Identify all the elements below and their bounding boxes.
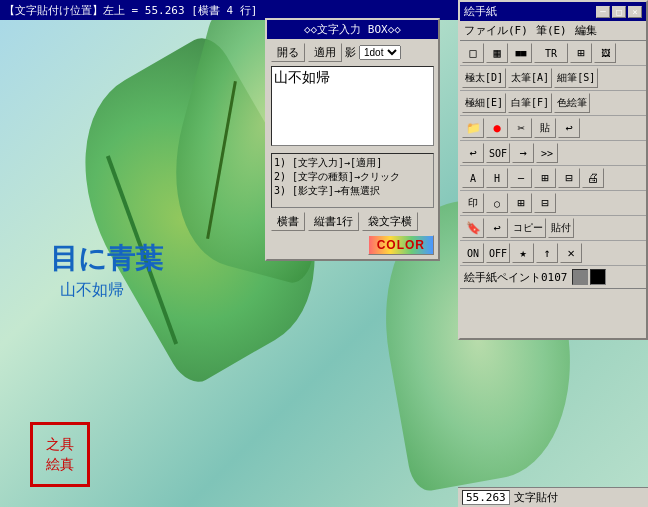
tb-btn-x[interactable]: ✕ <box>560 243 582 263</box>
maximize-button[interactable]: □ <box>612 6 626 18</box>
tb-btn-dbl[interactable]: >> <box>536 143 558 163</box>
panel-menubar: ファイル(F) 筆(E) 編集 <box>460 21 646 41</box>
tb-btn-box-plus[interactable]: ⊞ <box>570 43 592 63</box>
close-button[interactable]: × <box>628 6 642 18</box>
toolbar-row-7: 印 ○ ⊞ ⊟ <box>460 191 646 216</box>
status-value: 55.263 <box>462 490 510 505</box>
color-button[interactable]: COLOR <box>368 235 434 255</box>
dialog-hints: 1) [文字入力]→[適用] 2) [文字の種類]→クリック 3) [影文字]→… <box>271 153 434 208</box>
tb-btn-circle[interactable]: ○ <box>486 193 508 213</box>
tb-btn-grid-icon[interactable]: ▦ <box>486 43 508 63</box>
title-bar-text: 【文字貼付け位置】左上 = 55.263 [横書 4 行] <box>4 3 257 18</box>
toolbar-row-1: □ ▦ ■■ TR ⊞ 🖼 <box>460 41 646 66</box>
panel-title-text: 絵手紙 <box>464 4 497 19</box>
main-panel: 絵手紙 ─ □ × ファイル(F) 筆(E) 編集 □ ▦ ■■ TR ⊞ 🖼 … <box>458 0 648 340</box>
tb-btn-grid-icon3[interactable]: ⊟ <box>558 168 580 188</box>
tb-btn-print-label[interactable]: 印 <box>462 193 484 213</box>
tb-btn-iro[interactable]: 色絵筆 <box>554 93 590 113</box>
paint-label: 絵手紙ペイント0107 <box>464 270 568 285</box>
tate-button[interactable]: 縦書1行 <box>308 212 359 231</box>
toolbar-row-5: ↩ SOF → >> <box>460 141 646 166</box>
tb-btn-stamp[interactable]: 🔖 <box>462 218 484 238</box>
seal-stamp: 之具 絵真 <box>30 422 90 487</box>
tb-btn-hosoi-s[interactable]: 細筆[S] <box>554 68 598 88</box>
tb-btn-undo-icon[interactable]: ↩ <box>462 143 484 163</box>
apply-button[interactable]: 適用 <box>308 43 342 62</box>
dialog-title: ◇◇文字入力 BOX◇◇ <box>267 20 438 39</box>
hint-line-3: 3) [影文字]→有無選択 <box>274 184 431 198</box>
menu-file[interactable]: ファイル(F) <box>464 23 528 38</box>
tb-btn-a[interactable]: A <box>462 168 484 188</box>
tb-btn-rect[interactable]: □ <box>462 43 484 63</box>
background-text-sub: 山不如帰 <box>60 280 124 301</box>
tb-btn-paste[interactable]: 貼 <box>534 118 556 138</box>
tb-btn-minus[interactable]: ─ <box>510 168 532 188</box>
menu-edit[interactable]: 編集 <box>575 23 597 38</box>
minimize-button[interactable]: ─ <box>596 6 610 18</box>
tb-btn-folder[interactable]: 📁 <box>462 118 484 138</box>
menu-pen[interactable]: 筆(E) <box>536 23 567 38</box>
tb-btn-grid-icon4[interactable]: ⊞ <box>510 193 532 213</box>
toolbar-row-9: ON OFF ★ ↑ ✕ <box>460 241 646 266</box>
dialog-toolbar: 開る 適用 影 1dot <box>271 43 434 62</box>
tb-btn-undo2[interactable]: ↩ <box>486 218 508 238</box>
tb-btn-grid-icon5[interactable]: ⊟ <box>534 193 556 213</box>
background-text-main: 目に青葉 <box>50 240 163 278</box>
dialog-body: 開る 適用 影 1dot 山不如帰 1) [文字入力]→[適用] 2) [文字の… <box>267 39 438 259</box>
yoko-button[interactable]: 横書 <box>271 212 305 231</box>
toolbar-row-4: 📁 ● ✂ 貼 ↩ <box>460 116 646 141</box>
tb-btn-up[interactable]: ↑ <box>536 243 558 263</box>
tb-btn-off[interactable]: OFF <box>486 243 510 263</box>
tb-btn-futoi-d[interactable]: 極太[D] <box>462 68 506 88</box>
paint-area: 絵手紙ペイント0107 <box>460 266 646 289</box>
dialog-title-text: ◇◇文字入力 BOX◇◇ <box>304 22 401 37</box>
tb-btn-img[interactable]: 🖼 <box>594 43 616 63</box>
tb-btn-red-icon[interactable]: ● <box>486 118 508 138</box>
tb-btn-arrow[interactable]: → <box>512 143 534 163</box>
color-swatch-black[interactable] <box>590 269 606 285</box>
tb-btn-paste2[interactable]: 貼付 <box>548 218 574 238</box>
shadow-select[interactable]: 1dot <box>359 45 401 60</box>
tb-btn-h[interactable]: H <box>486 168 508 188</box>
tb-btn-star[interactable]: ★ <box>512 243 534 263</box>
color-swatch-gray[interactable] <box>572 269 588 285</box>
tb-btn-futo-a[interactable]: 太筆[A] <box>508 68 552 88</box>
tb-btn-sof[interactable]: SOF <box>486 143 510 163</box>
panel-title: 絵手紙 ─ □ × <box>460 2 646 21</box>
hint-line-2: 2) [文字の種類]→クリック <box>274 170 431 184</box>
toolbar-row-8: 🔖 ↩ コピー 貼付 <box>460 216 646 241</box>
toolbar-row-3: 極細[E] 白筆[F] 色絵筆 <box>460 91 646 116</box>
seal-line2: 絵真 <box>46 455 74 475</box>
tb-btn-grid-icon2[interactable]: ⊞ <box>534 168 556 188</box>
seal-line1: 之具 <box>46 435 74 455</box>
text-input-dialog: ◇◇文字入力 BOX◇◇ 開る 適用 影 1dot 山不如帰 1) [文字入力]… <box>265 18 440 261</box>
panel-title-buttons: ─ □ × <box>596 6 642 18</box>
shadow-label: 影 <box>345 45 356 60</box>
text-input-textarea[interactable]: 山不如帰 <box>271 66 434 146</box>
tb-btn-printer[interactable]: 🖨 <box>582 168 604 188</box>
tb-btn-on[interactable]: ON <box>462 243 484 263</box>
tb-btn-scissors[interactable]: ✂ <box>510 118 532 138</box>
tb-btn-copy[interactable]: コピー <box>510 218 546 238</box>
hukuro-button[interactable]: 袋文字横 <box>362 212 418 231</box>
tb-btn-hosoi-e[interactable]: 極細[E] <box>462 93 506 113</box>
toolbar-row-2: 極太[D] 太筆[A] 細筆[S] <box>460 66 646 91</box>
open-button[interactable]: 開る <box>271 43 305 62</box>
dialog-bottom-buttons: 横書 縦書1行 袋文字横 <box>271 212 434 231</box>
hint-line-1: 1) [文字入力]→[適用] <box>274 156 431 170</box>
status-bar: 55.263 文字貼付 <box>458 487 648 507</box>
toolbar-row-6: A H ─ ⊞ ⊟ 🖨 <box>460 166 646 191</box>
tb-btn-squares[interactable]: ■■ <box>510 43 532 63</box>
tb-btn-tr[interactable]: TR <box>534 43 568 63</box>
status-label: 文字貼付 <box>514 490 558 505</box>
tb-btn-shiro-f[interactable]: 白筆[F] <box>508 93 552 113</box>
tb-btn-extra1[interactable]: ↩ <box>558 118 580 138</box>
